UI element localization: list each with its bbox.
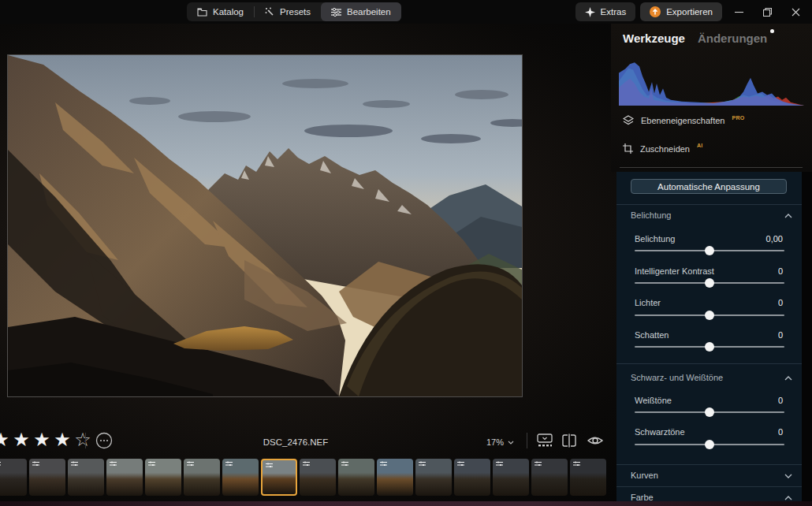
slider-knob[interactable] [705,440,714,449]
tab-werkzeuge[interactable]: Werkzeuge [623,32,685,45]
slider-knob[interactable] [705,246,714,255]
filmstrip-thumbnail[interactable] [261,459,297,496]
slider-weisstoene[interactable] [635,411,784,413]
pro-badge: PRO [732,115,744,121]
filmstrip-thumbnail[interactable] [338,459,374,496]
more-options-button[interactable] [95,432,113,452]
sliders-icon [331,8,341,17]
star-filled-icon[interactable]: ★ [0,430,11,449]
star-filled-icon[interactable]: ★ [52,430,73,449]
chevron-down-icon[interactable] [784,472,792,480]
chevron-up-icon[interactable] [784,212,792,220]
maximize-button[interactable] [755,2,779,21]
preview-original-button[interactable] [587,433,604,452]
filmstrip-thumbnail[interactable] [300,459,336,496]
close-button[interactable] [784,2,807,21]
section-title-schwarz-weisstoene[interactable]: Schwarz- und Weißtöne [631,373,723,382]
slider-knob[interactable] [705,311,714,320]
slider-lichter[interactable] [635,314,784,316]
slider-knob[interactable] [705,407,714,417]
filmstrip-thumbnail[interactable] [415,459,452,496]
slider-value: 0 [778,396,783,405]
bottom-toolbar: ★★★★☆ DSC_2476.NEF 17% [0,430,611,458]
divider [616,464,802,465]
edited-sliders-icon [303,461,310,467]
slider-schatten[interactable] [635,346,784,348]
edited-sliders-icon [0,461,1,467]
divider [616,363,802,364]
crop-icon [623,143,633,154]
divider [620,167,803,168]
slider-label: Schatten [635,330,669,340]
divider [527,433,527,448]
minimize-icon [735,8,743,17]
changes-notification-dot [770,29,774,33]
app-window: Katalog Presets Bearbeiten Extras Export… [0,0,812,506]
edited-sliders-icon [266,463,273,468]
filmstrip-thumbnail[interactable] [493,459,529,496]
edited-sliders-icon [341,461,348,467]
zoom-dropdown[interactable]: 17% [486,437,514,447]
star-empty-icon[interactable]: ☆ [73,430,93,449]
filmstrip-thumbnail[interactable] [222,459,259,496]
minimize-button[interactable] [727,2,751,21]
divider [616,204,802,205]
slider-label: Weißtöne [635,396,672,405]
tool-label: Ebeneneigenschaften [641,116,724,125]
extras-button[interactable]: Extras [575,2,636,21]
crop-row[interactable]: Zuschneiden AI [623,143,703,154]
filmstrip-thumbnail[interactable] [106,459,143,496]
edited-sliders-icon [148,461,155,467]
layers-icon [623,115,634,126]
layer-properties-row[interactable]: Ebeneneigenschaften PRO [623,115,745,126]
bottom-scroll-strip[interactable] [0,501,812,506]
chevron-up-icon[interactable] [784,374,792,382]
ai-badge: AI [697,143,703,148]
edited-sliders-icon [419,461,426,467]
zoom-value: 17% [486,437,504,447]
slider-intelligenter-kontrast[interactable] [635,282,784,284]
filmstrip-thumbnail[interactable] [145,459,181,496]
ellipsis-icon [95,432,113,449]
filmstrip-thumbnail[interactable] [570,459,606,496]
slider-knob[interactable] [705,342,714,352]
filmstrip-thumbnail[interactable] [29,459,65,496]
filename-label: DSC_2476.NEF [237,437,355,447]
auto-adjust-button[interactable]: Automatische Anpassung [631,179,787,194]
compare-icon [561,433,577,448]
filmstrip-thumbnail[interactable] [0,459,27,496]
slider-label: Schwarztöne [635,427,685,437]
filmstrip-thumbnail[interactable] [531,459,568,496]
star-filled-icon[interactable]: ★ [32,430,52,449]
slider-value: 0,00 [766,234,783,244]
star-rating[interactable]: ★★★★☆ [0,430,93,449]
compare-before-after-button[interactable] [561,433,577,452]
tab-presets[interactable]: Presets [255,2,321,21]
section-title-kurven[interactable]: Kurven [631,471,658,480]
main-photo[interactable] [8,55,522,396]
tab-bearbeiten[interactable]: Bearbeiten [321,2,401,21]
extras-label: Extras [601,7,627,17]
slider-knob[interactable] [705,278,714,288]
export-button[interactable]: Exportieren [640,2,722,21]
section-title-belichtung[interactable]: Belichtung [631,210,671,220]
slider-schwarztoene[interactable] [635,444,784,445]
filmstrip-thumbnail[interactable] [184,459,220,496]
adjustments-panel: Automatische Anpassung Belichtung Belich… [616,172,802,506]
tab-aenderungen[interactable]: Änderungen [698,32,767,45]
filmstrip-thumbnail[interactable] [68,459,104,496]
edited-sliders-icon [573,461,580,467]
tab-katalog[interactable]: Katalog [187,2,254,21]
edited-sliders-icon [225,461,233,467]
filmstrip-thumbnail[interactable] [454,459,490,496]
filmstrip-thumbnail[interactable] [377,459,413,496]
mode-tab-group: Katalog Presets Bearbeiten [187,2,401,21]
export-label: Exportieren [666,7,713,17]
chevron-down-icon [508,441,514,445]
edited-sliders-icon [32,461,39,467]
divider [85,433,86,448]
filmstrip-panel-icon [536,433,553,448]
filmstrip-toggle-button[interactable] [536,433,553,452]
star-filled-icon[interactable]: ★ [11,430,32,449]
slider-belichtung[interactable] [635,250,784,251]
